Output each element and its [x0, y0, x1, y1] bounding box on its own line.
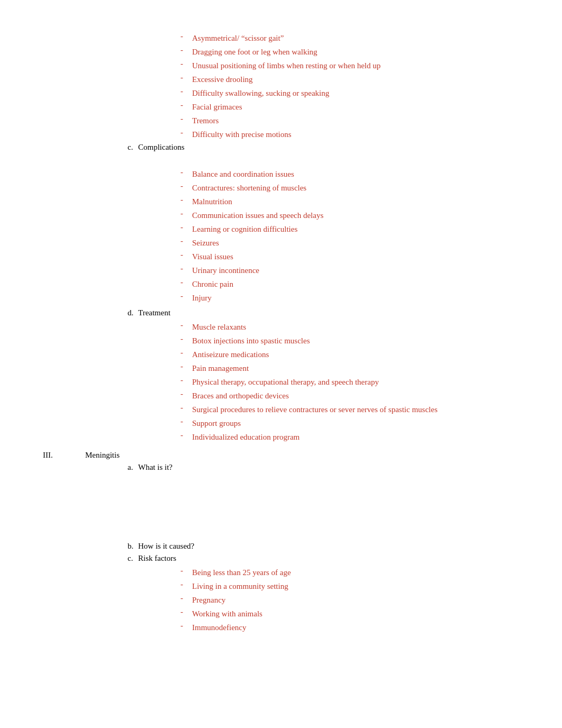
symptom-text: Difficulty with precise motions [192, 128, 292, 141]
treatment-text-multiline: Surgical procedures to relieve contractu… [192, 405, 438, 414]
dash-icon: - [180, 87, 187, 96]
list-item: - Pain management [180, 362, 519, 375]
dash-icon: - [180, 594, 187, 603]
roman3-a-letter: a. [43, 463, 138, 472]
list-item: - Urinary incontinence [180, 264, 519, 277]
treatment-letter: d. [43, 308, 138, 317]
list-item: - Visual issues [180, 250, 519, 263]
list-item: - Dragging one foot or leg when walking [180, 46, 519, 58]
list-item: - Difficulty with precise motions [180, 128, 519, 141]
complication-text: Balance and coordination issues [192, 168, 294, 180]
list-item: - Difficulty swallowing, sucking or spea… [180, 87, 519, 99]
dash-icon: - [180, 195, 187, 204]
symptom-text: Facial grimaces [192, 101, 242, 113]
treatment-text: Support groups [192, 417, 241, 430]
treatment-text: Individualized education program [192, 431, 300, 443]
risk-factor-text: Being less than 25 years of age [192, 566, 291, 579]
symptom-text: Excessive drooling [192, 73, 253, 86]
dash-icon: - [180, 403, 187, 412]
dash-icon: - [180, 348, 187, 357]
complication-text: Chronic pain [192, 278, 233, 290]
complications-list: - Balance and coordination issues - Cont… [43, 168, 519, 304]
roman3-content: Meningitis [85, 451, 120, 460]
list-item: - Unusual positioning of limbs when rest… [180, 59, 519, 72]
dash-icon: - [180, 59, 187, 68]
dash-icon: - [180, 362, 187, 371]
treatment-text: Surgical procedures to relieve contractu… [192, 403, 438, 416]
list-item: - Tremors [180, 114, 519, 127]
list-item: - Contractures: shortening of muscles [180, 181, 519, 194]
list-item: - Seizures [180, 236, 519, 249]
treatment-text: Braces and orthopedic devices [192, 389, 289, 402]
list-item: - Injury [180, 292, 519, 304]
list-item: - Support groups [180, 417, 519, 430]
dash-icon: - [180, 292, 187, 301]
dash-icon: - [180, 278, 187, 287]
list-item: - Being less than 25 years of age [180, 566, 519, 579]
dash-icon: - [180, 334, 187, 343]
blank-space [43, 475, 519, 539]
complications-section: c. Complications [43, 143, 519, 152]
roman3-b-letter: b. [43, 542, 138, 551]
dash-icon: - [180, 321, 187, 330]
dash-icon: - [180, 114, 187, 123]
dash-icon: - [180, 264, 187, 273]
symptom-text: Unusual positioning of limbs when restin… [192, 59, 380, 72]
list-item: - Learning or cognition difficulties [180, 223, 519, 235]
content-area: - Asymmetrical/ “scissor gait” - Draggin… [43, 32, 519, 634]
dash-icon: - [180, 101, 187, 110]
list-item: - Living in a community setting [180, 580, 519, 593]
dash-icon: - [180, 168, 187, 177]
treatment-text: Pain management [192, 362, 249, 375]
roman3-label: III. [43, 451, 85, 460]
risk-factor-text: Living in a community setting [192, 580, 288, 593]
risk-factor-text: Pregnancy [192, 594, 225, 606]
treatment-text: Physical therapy, occupational therapy, … [192, 376, 379, 388]
treatment-text: Antiseizure medications [192, 348, 269, 361]
list-item: - Braces and orthopedic devices [180, 389, 519, 402]
list-item: - Surgical procedures to relieve contrac… [180, 403, 519, 416]
list-item: - Botox injections into spastic muscles [180, 334, 519, 347]
complication-text: Seizures [192, 236, 219, 249]
roman3-a-row: a. What is it? [43, 463, 519, 472]
complication-text: Malnutrition [192, 195, 232, 208]
dash-icon: - [180, 607, 187, 616]
list-item: - Immunodefiency [180, 621, 519, 634]
list-item: - Individualized education program [180, 431, 519, 443]
complication-text: Injury [192, 292, 212, 304]
dash-icon: - [180, 46, 187, 54]
roman3-c-row: c. Risk factors [43, 554, 519, 563]
complication-text: Learning or cognition difficulties [192, 223, 297, 235]
treatment-label: Treatment [138, 308, 170, 317]
dash-icon: - [180, 376, 187, 385]
roman3-a-content: What is it? [138, 463, 173, 472]
list-item: - Facial grimaces [180, 101, 519, 113]
list-item: - Excessive drooling [180, 73, 519, 86]
list-item: - Pregnancy [180, 594, 519, 606]
list-item: - Working with animals [180, 607, 519, 620]
list-item: - Malnutrition [180, 195, 519, 208]
roman3-b-content: How is it caused? [138, 542, 194, 551]
roman3-row: III. Meningitis [43, 451, 519, 460]
list-item: - Balance and coordination issues [180, 168, 519, 180]
list-item: - Physical therapy, occupational therapy… [180, 376, 519, 388]
symptom-text: Difficulty swallowing, sucking or speaki… [192, 87, 329, 99]
risk-factors-list: - Being less than 25 years of age - Livi… [43, 566, 519, 634]
treatment-section: d. Treatment [43, 308, 519, 317]
dash-icon: - [180, 566, 187, 575]
dash-icon: - [180, 128, 187, 137]
dash-icon: - [180, 580, 187, 589]
symptom-text: Dragging one foot or leg when walking [192, 46, 318, 58]
list-item: - Chronic pain [180, 278, 519, 290]
dash-icon: - [180, 250, 187, 259]
list-item: - Communication issues and speech delays [180, 209, 519, 222]
roman3-b-row: b. How is it caused? [43, 542, 519, 551]
dash-icon: - [180, 181, 187, 190]
complication-text: Communication issues and speech delays [192, 209, 323, 222]
dash-icon: - [180, 236, 187, 245]
treatment-text: Botox injections into spastic muscles [192, 334, 310, 347]
symptoms-list: - Asymmetrical/ “scissor gait” - Draggin… [43, 32, 519, 141]
complications-label: Complications [138, 143, 185, 152]
dash-icon: - [180, 223, 187, 232]
dash-icon: - [180, 389, 187, 398]
